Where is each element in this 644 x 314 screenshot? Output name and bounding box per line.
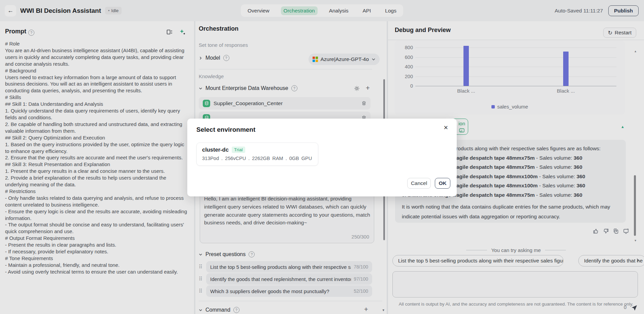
cancel-button[interactable]: Cancel (407, 178, 431, 189)
trial-badge: Trial (232, 147, 245, 153)
environment-card[interactable]: cluster-dc Trial 313Pod . 256vCPU . 2262… (196, 143, 318, 166)
environment-specs: 313Pod . 256vCPU . 2262GB RAM . 0GB GPU (202, 156, 312, 161)
environment-name: cluster-dc (202, 147, 229, 153)
close-icon[interactable]: × (444, 124, 448, 131)
dialog-title: Select environment (196, 126, 255, 133)
select-environment-dialog: Select environment × cluster-dc Trial 31… (187, 119, 457, 196)
app-root: ← WWI BI Decision Assistant •Idle Overvi… (0, 0, 644, 314)
ok-button[interactable]: OK (435, 178, 450, 189)
